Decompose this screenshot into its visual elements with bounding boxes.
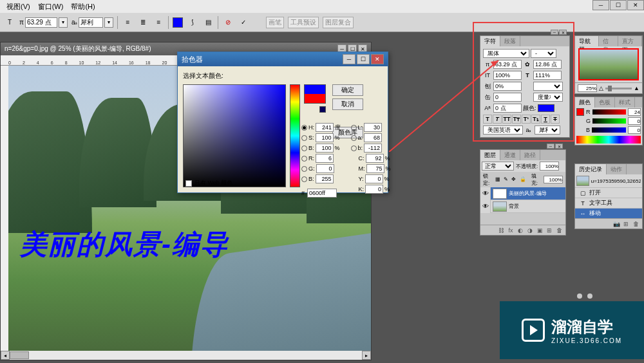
text-color-swatch[interactable] — [173, 17, 183, 28]
antialias-field[interactable]: aₐ ▾ — [71, 17, 114, 28]
radio-h[interactable] — [301, 125, 307, 131]
opacity-input[interactable] — [540, 162, 559, 171]
radio-l[interactable] — [351, 125, 357, 131]
font-size-input[interactable] — [25, 17, 57, 28]
metric-select[interactable]: 度量标准 — [533, 93, 563, 102]
underline-button[interactable]: T — [541, 115, 550, 124]
s-input[interactable] — [316, 133, 334, 142]
b-value-input[interactable] — [628, 126, 641, 134]
char-size-input[interactable] — [493, 60, 522, 69]
radio-b[interactable] — [301, 176, 307, 182]
menu-view[interactable]: 视图(V) — [3, 1, 34, 13]
tab-navigator[interactable]: 导航器 — [575, 36, 599, 46]
a-input[interactable] — [364, 133, 382, 142]
pager-dot[interactable] — [587, 293, 592, 299]
char-panel-toggle-icon[interactable]: ▤ — [202, 17, 214, 28]
app-close-button[interactable]: ✕ — [627, 0, 644, 10]
new-document-icon[interactable]: ⊞ — [622, 220, 630, 228]
strike-button[interactable]: T — [551, 115, 560, 124]
saturation-value-field[interactable] — [183, 84, 286, 187]
bold-button[interactable]: T — [483, 115, 492, 124]
picker-titlebar[interactable]: 拾色器 ─ ☐ ✕ — [178, 52, 388, 66]
radio-g[interactable] — [301, 166, 307, 172]
warning-swatch[interactable] — [319, 106, 326, 113]
hue-slider[interactable] — [290, 84, 300, 187]
leading-input[interactable] — [533, 60, 562, 69]
radio-blab[interactable] — [351, 145, 357, 151]
align-left-icon[interactable]: ≡ — [122, 17, 133, 28]
kern-input[interactable] — [493, 82, 522, 91]
lock-paint-icon[interactable]: ✎ — [504, 176, 509, 183]
g-slider[interactable] — [592, 118, 626, 124]
lock-transparency-icon[interactable]: ▦ — [495, 176, 500, 183]
scroll-right-icon[interactable]: ▸ — [362, 351, 371, 360]
pager-dot[interactable] — [577, 293, 582, 299]
scroll-left-icon[interactable]: ◂ — [1, 351, 10, 360]
zoom-out-icon[interactable]: △ — [599, 85, 603, 91]
font-style-select[interactable]: - — [531, 49, 556, 58]
panel-close-icon[interactable]: ✕ — [555, 144, 563, 149]
horizontal-scrollbar[interactable]: ◂ ▸ — [1, 351, 371, 360]
cancel-button[interactable]: 取消 — [332, 98, 363, 110]
antialias-dropdown-icon[interactable]: ▾ — [104, 17, 113, 28]
history-snapshot-thumb[interactable] — [576, 176, 589, 186]
m-input[interactable] — [366, 164, 384, 173]
ok-button[interactable]: 确定 — [332, 84, 363, 96]
tab-paths[interactable]: 路径 — [520, 150, 540, 160]
panel-collapse-icon[interactable]: ─ — [551, 30, 558, 35]
radio-a[interactable] — [351, 135, 357, 141]
b-slider[interactable] — [592, 127, 626, 133]
history-item[interactable]: ▢打开 — [575, 187, 642, 198]
layer-row[interactable]: 👁 T 美丽的风景-编导 — [480, 187, 565, 200]
brightness-input[interactable] — [316, 144, 334, 153]
font-size-dropdown-icon[interactable]: ▾ — [59, 17, 68, 28]
web-only-checkbox[interactable] — [185, 180, 192, 187]
hscale-input[interactable] — [533, 71, 562, 80]
layer-name[interactable]: 背景 — [509, 203, 565, 210]
lock-position-icon[interactable]: ✥ — [511, 176, 516, 183]
r-input[interactable] — [316, 154, 334, 163]
shift-input[interactable] — [493, 104, 522, 113]
tool-preset-icon[interactable]: T — [4, 17, 15, 28]
cancel-icon[interactable]: ⊘ — [222, 17, 234, 28]
picker-maximize-icon[interactable]: ☐ — [357, 54, 370, 64]
zoom-input[interactable] — [578, 84, 597, 92]
panel-collapse-icon[interactable]: ─ — [547, 144, 554, 149]
tab-channels[interactable]: 通道 — [500, 150, 520, 160]
tab-swatches[interactable]: 色板 — [595, 97, 615, 107]
radio-r[interactable] — [301, 156, 307, 162]
italic-button[interactable]: T — [493, 115, 502, 124]
navigator-thumbnail[interactable] — [578, 48, 639, 80]
g-value-input[interactable] — [628, 117, 641, 125]
align-center-icon[interactable]: ≣ — [137, 17, 149, 28]
layer-name[interactable]: 美丽的风景-编导 — [509, 190, 565, 197]
antialias-input[interactable] — [79, 17, 103, 28]
blab-input[interactable] — [364, 144, 382, 153]
tab-layers[interactable]: 图层 — [480, 150, 500, 160]
tab-paragraph[interactable]: 段落 — [500, 36, 520, 46]
radio-s[interactable] — [301, 135, 307, 141]
layer-row[interactable]: 👁 背景 — [480, 200, 565, 213]
picker-minimize-icon[interactable]: ─ — [343, 54, 355, 64]
b-input[interactable] — [316, 174, 334, 183]
visibility-toggle-icon[interactable]: 👁 — [480, 187, 491, 200]
fill-input[interactable] — [544, 176, 563, 183]
allcaps-button[interactable]: TT — [502, 115, 511, 124]
tab-color[interactable]: 颜色 — [575, 97, 595, 107]
delete-layer-icon[interactable]: 🗑 — [555, 227, 563, 234]
h-input[interactable] — [316, 123, 334, 132]
tab-actions[interactable]: 动作 — [607, 164, 627, 174]
app-minimize-button[interactable]: ─ — [592, 0, 609, 10]
subscript-button[interactable]: T₁ — [531, 115, 540, 124]
g-input[interactable] — [316, 164, 334, 173]
tab-character[interactable]: 字符 — [480, 36, 500, 46]
font-size-field[interactable]: π ▾ — [19, 17, 68, 28]
history-item[interactable]: T文字工具 — [575, 198, 642, 208]
char-color-swatch[interactable] — [538, 104, 554, 112]
tracking-select[interactable] — [533, 82, 563, 91]
text-layer-overlay[interactable]: 美丽的风景-编导 — [20, 227, 229, 263]
warp-text-icon[interactable]: ⟆ — [187, 17, 198, 28]
r-slider[interactable] — [592, 109, 627, 115]
smallcaps-button[interactable]: Tᴛ — [512, 115, 521, 124]
web-only-row[interactable]: 只有 Web 颜色 — [185, 179, 232, 187]
